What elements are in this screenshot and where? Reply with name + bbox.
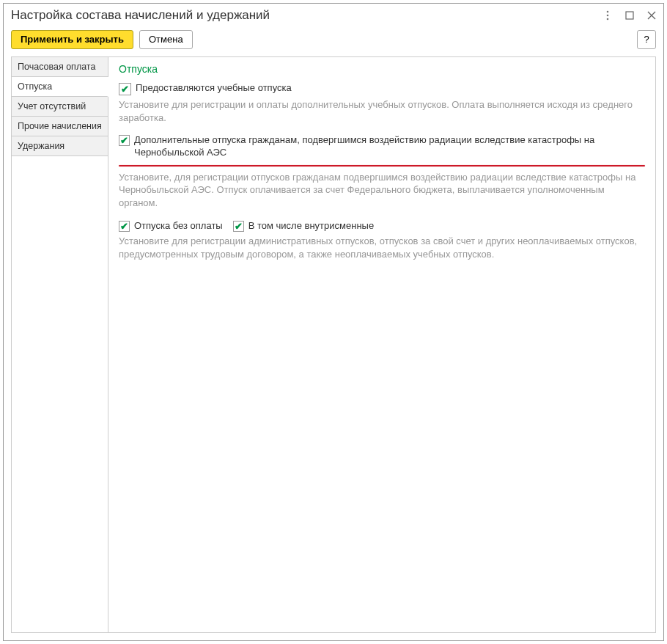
more-icon[interactable] [602, 10, 613, 21]
tab-deductions[interactable]: Удержания [12, 136, 108, 156]
tab-absences[interactable]: Учет отсутствий [12, 97, 108, 117]
checkbox-chernobyl-leave[interactable]: ✔ [119, 135, 130, 146]
label-intrashift: В том числе внутрисменные [248, 220, 374, 233]
apply-close-button[interactable]: Применить и закрыть [11, 30, 133, 49]
checkbox-study-leave[interactable]: ✔ [119, 83, 131, 95]
window-title: Настройка состава начислений и удержаний [11, 8, 602, 23]
svg-point-1 [607, 15, 609, 17]
label-study-leave: Предоставляются учебные отпуска [136, 82, 292, 95]
svg-point-2 [607, 18, 609, 21]
check-icon: ✔ [121, 84, 129, 94]
close-icon[interactable] [646, 10, 657, 21]
section-title: Отпуска [119, 63, 645, 75]
label-unpaid-leave: Отпуска без оплаты [134, 220, 223, 233]
check-icon: ✔ [120, 136, 128, 145]
content-area: Почасовая оплата Отпуска Учет отсутствий… [11, 56, 656, 633]
main-panel: Отпуска ✔ Предоставляются учебные отпуск… [108, 57, 655, 632]
option-unpaid-leave-group: ✔ Отпуска без оплаты ✔ В том числе внутр… [119, 220, 645, 233]
hint-unpaid-leave: Установите для регистрации административ… [119, 235, 645, 260]
option-unpaid-leave: ✔ Отпуска без оплаты [119, 220, 223, 233]
maximize-icon[interactable] [624, 10, 635, 21]
sidebar: Почасовая оплата Отпуска Учет отсутствий… [12, 57, 108, 632]
label-chernobyl-leave: Дополнительные отпуска гражданам, подвер… [134, 134, 645, 159]
help-button[interactable]: ? [637, 30, 656, 49]
svg-rect-3 [626, 12, 633, 19]
check-icon: ✔ [235, 222, 243, 231]
cancel-button[interactable]: Отмена [139, 30, 193, 49]
option-intrashift: ✔ В том числе внутрисменные [233, 220, 374, 233]
titlebar: Настройка состава начислений и удержаний [4, 4, 663, 26]
check-icon: ✔ [120, 222, 128, 231]
option-study-leave: ✔ Предоставляются учебные отпуска [119, 82, 645, 95]
checkbox-unpaid-leave[interactable]: ✔ [119, 221, 130, 232]
option-chernobyl-leave: ✔ Дополнительные отпуска гражданам, подв… [119, 134, 645, 162]
titlebar-controls [602, 10, 657, 21]
tab-vacations[interactable]: Отпуска [12, 77, 108, 97]
tab-other-accruals[interactable]: Прочие начисления [12, 117, 108, 136]
settings-window: Настройка состава начислений и удержаний… [3, 3, 664, 641]
hint-study-leave: Установите для регистрации и оплаты допо… [119, 98, 645, 124]
svg-point-0 [607, 11, 609, 13]
checkbox-intrashift[interactable]: ✔ [233, 221, 244, 232]
tab-hourly-pay[interactable]: Почасовая оплата [12, 57, 108, 77]
highlight-underline [119, 165, 645, 167]
hint-chernobyl-leave: Установите, для регистрации отпусков гра… [119, 171, 645, 210]
toolbar: Применить и закрыть Отмена ? [4, 26, 663, 56]
